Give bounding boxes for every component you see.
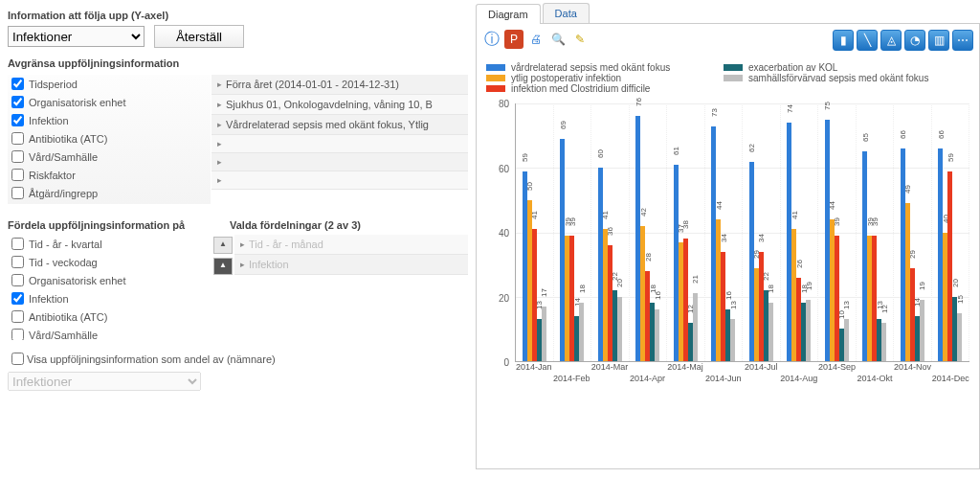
filter-title: Avgränsa uppföljningsinformation bbox=[8, 57, 468, 69]
bar-group: 6939391418 bbox=[554, 103, 592, 361]
chosen-title: Valda fördelningar (2 av 3) bbox=[230, 219, 361, 231]
chevron-right-icon: ▸ bbox=[240, 239, 245, 249]
bar[interactable]: 16 bbox=[655, 309, 659, 361]
dist-check-antibiotika[interactable]: Antibiotika (ATC) bbox=[8, 307, 213, 326]
bar-group: 7544391013 bbox=[818, 103, 857, 361]
breadcrumb-row[interactable]: ▸Förra året (2014-01-01 - 2014-12-31) bbox=[212, 75, 468, 95]
powerpoint-icon[interactable]: P bbox=[504, 30, 523, 49]
barchart-icon[interactable]: ▮ bbox=[833, 30, 854, 51]
bar-group: 6041362220 bbox=[591, 103, 630, 361]
breadcrumb-list: ▸Förra året (2014-01-01 - 2014-12-31) ▸S… bbox=[212, 75, 468, 204]
bar[interactable]: 13 bbox=[844, 319, 849, 361]
bar-group: 7642281816 bbox=[630, 103, 668, 361]
legend: vårdrelaterad sepsis med okänt fokusexac… bbox=[482, 57, 973, 103]
yaxis-select[interactable]: Infektioner bbox=[8, 26, 145, 47]
dist-check-vard[interactable]: Vård/Samhälle bbox=[8, 326, 213, 340]
bar[interactable]: 13 bbox=[730, 319, 735, 361]
bar-group: 5950411317 bbox=[516, 103, 554, 361]
legend-item[interactable]: exacerbation av KOL bbox=[724, 62, 944, 73]
areachart-icon[interactable]: ◬ bbox=[880, 30, 902, 51]
bar-group: 7441261819 bbox=[781, 103, 819, 361]
bar[interactable]: 19 bbox=[920, 300, 924, 361]
tab-diagram[interactable]: Diagram bbox=[476, 4, 541, 24]
chevron-right-icon: ▸ bbox=[240, 260, 245, 269]
filter-check-list: Tidsperiod Organisatorisk enhet Infektio… bbox=[8, 75, 212, 204]
bar-group: 6539391312 bbox=[857, 103, 895, 361]
bar-group: 6649291419 bbox=[894, 103, 932, 361]
bar[interactable]: 21 bbox=[693, 293, 698, 361]
share-select: Infektioner bbox=[8, 372, 201, 391]
share-label: Visa uppföljningsinformation som andel a… bbox=[27, 353, 276, 365]
chart-area: 020406080 595041131769393914186041362220… bbox=[486, 103, 969, 391]
chevron-right-icon: ▸ bbox=[217, 157, 222, 167]
filter-check-riskfaktor[interactable]: Riskfaktor bbox=[8, 166, 211, 184]
zoom-icon[interactable]: 🔍 bbox=[548, 30, 568, 49]
reset-button[interactable]: Återställ bbox=[154, 25, 244, 48]
piechart-icon[interactable]: ◔ bbox=[904, 30, 925, 51]
breadcrumb-row[interactable]: ▸Vårdrelaterad sepsis med okänt fokus, Y… bbox=[212, 115, 468, 135]
breadcrumb-row[interactable]: ▸Sjukhus 01, Onkologavdelning, våning 10… bbox=[212, 95, 468, 115]
chosen-row[interactable]: ▸Infektion bbox=[234, 255, 468, 275]
chevron-right-icon: ▸ bbox=[217, 100, 222, 109]
legend-item[interactable]: samhällsförvärvad sepsis med okänt fokus bbox=[724, 73, 944, 83]
filter-check-antibiotika[interactable]: Antibiotika (ATC) bbox=[8, 129, 211, 148]
print-icon[interactable]: 🖨 bbox=[526, 30, 546, 49]
chosen-list: ▸Tid - år - månad ▸Infektion bbox=[234, 235, 468, 340]
distribute-title: Fördela uppföljningsinformation på bbox=[8, 219, 230, 231]
dist-check-veckodag[interactable]: Tid - veckodag bbox=[8, 253, 213, 271]
bar[interactable]: 17 bbox=[542, 307, 546, 361]
legend-item[interactable]: infektion med Clostridium difficile bbox=[486, 83, 706, 94]
bar[interactable]: 18 bbox=[768, 303, 773, 361]
share-checkbox[interactable] bbox=[11, 353, 24, 365]
move-down-button[interactable]: ▲ bbox=[213, 258, 233, 275]
filter-check-atgard[interactable]: Åtgärd/ingrepp bbox=[8, 184, 211, 202]
yaxis-label: Information att följa upp (Y-axel) bbox=[8, 10, 468, 21]
chevron-right-icon: ▸ bbox=[217, 175, 222, 185]
legend-item[interactable]: vårdrelaterad sepsis med okänt fokus bbox=[486, 62, 706, 73]
dist-check-kvartal[interactable]: Tid - år - kvartal bbox=[8, 235, 213, 253]
breadcrumb-row[interactable]: ▸ bbox=[212, 153, 468, 171]
bar-group: 7344341613 bbox=[705, 103, 744, 361]
bar[interactable]: 20 bbox=[617, 297, 622, 361]
bar[interactable]: 15 bbox=[957, 313, 962, 361]
filter-check-tidsperiod[interactable]: Tidsperiod bbox=[8, 75, 211, 93]
bar-group: 6229342218 bbox=[743, 103, 781, 361]
filter-check-infektion[interactable]: Infektion bbox=[8, 111, 211, 129]
chevron-right-icon: ▸ bbox=[217, 139, 222, 148]
chart-panel: ⓘ P 🖨 🔍 ✎ ▮ ╲ ◬ ◔ ▥ ⋯ vårdrelaterad seps… bbox=[476, 24, 980, 469]
breadcrumb-row[interactable]: ▸ bbox=[212, 171, 468, 190]
linechart-icon[interactable]: ╲ bbox=[857, 30, 878, 51]
bar-group: 6137381221 bbox=[667, 103, 705, 361]
dist-check-list: Tid - år - kvartal Tid - veckodag Organi… bbox=[8, 235, 213, 340]
bar[interactable]: 12 bbox=[881, 323, 886, 361]
bar-group: 6640592015 bbox=[932, 103, 970, 361]
chevron-right-icon: ▸ bbox=[217, 80, 222, 89]
edit-icon[interactable]: ✎ bbox=[570, 30, 590, 49]
chosen-row[interactable]: ▸Tid - år - månad bbox=[234, 235, 468, 255]
bar[interactable]: 18 bbox=[579, 303, 584, 361]
dist-check-infektion[interactable]: Infektion bbox=[8, 289, 213, 307]
bar[interactable]: 19 bbox=[806, 300, 811, 361]
move-up-button[interactable]: ▲ bbox=[213, 237, 233, 254]
chevron-right-icon: ▸ bbox=[217, 120, 222, 129]
filter-check-vard[interactable]: Vård/Samhälle bbox=[8, 148, 211, 166]
info-icon[interactable]: ⓘ bbox=[482, 30, 501, 49]
otherchart-icon[interactable]: ⋯ bbox=[952, 30, 973, 51]
breadcrumb-row[interactable]: ▸ bbox=[212, 135, 468, 153]
tab-data[interactable]: Data bbox=[543, 3, 590, 23]
legend-item[interactable]: ytlig postoperativ infektion bbox=[486, 73, 706, 83]
filter-check-orgenhet[interactable]: Organisatorisk enhet bbox=[8, 93, 211, 111]
dist-check-orgenhet[interactable]: Organisatorisk enhet bbox=[8, 271, 213, 289]
stackedbar-icon[interactable]: ▥ bbox=[928, 30, 949, 51]
